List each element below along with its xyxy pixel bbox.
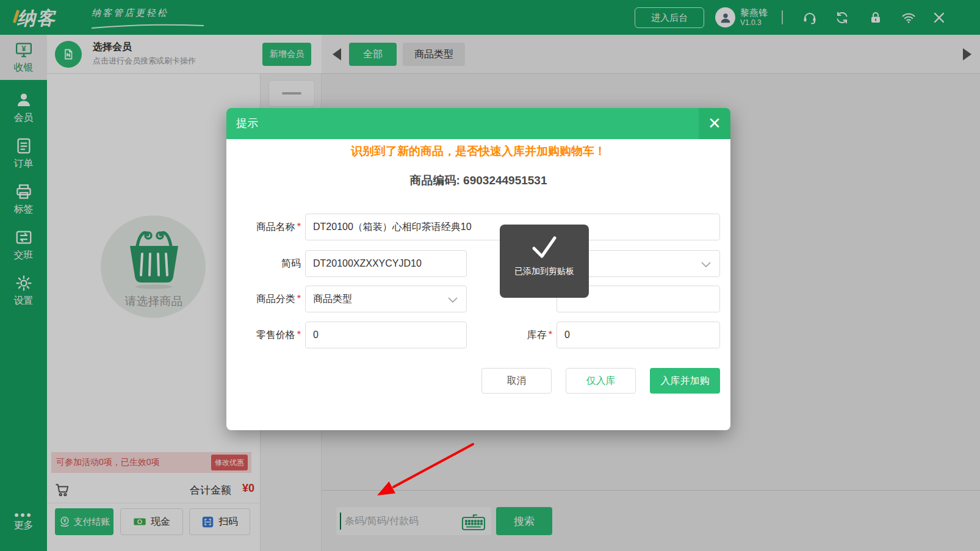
dialog-message: 识别到了新的商品，是否快速入库并加购购物车！ bbox=[226, 143, 730, 159]
cancel-button[interactable]: 取消 bbox=[481, 368, 552, 394]
stock-only-button[interactable]: 仅入库 bbox=[566, 368, 636, 394]
short-code-input[interactable] bbox=[305, 250, 467, 277]
toast-text: 已添加到剪贴板 bbox=[514, 266, 574, 277]
dialog-title: 提示 bbox=[236, 116, 258, 131]
new-product-dialog: 提示 ✕ 识别到了新的商品，是否快速入库并加购购物车！ 商品编码: 690324… bbox=[226, 108, 730, 430]
required-mark: * bbox=[297, 221, 301, 232]
pos-app-window: 纳客 纳客管店更轻松 进入后台 黎燕锋 V1.0.3 ¥ 收银 会员 订单 bbox=[0, 0, 980, 551]
product-code-line: 商品编码: 6903244951531 bbox=[226, 173, 730, 189]
required-mark: * bbox=[297, 294, 301, 304]
retail-price-input[interactable] bbox=[305, 322, 467, 348]
stock-label: 库存* bbox=[489, 322, 552, 348]
chevron-down-icon bbox=[701, 262, 711, 267]
required-mark: * bbox=[549, 330, 552, 340]
product-code-label: 商品编码: bbox=[410, 174, 460, 187]
dialog-close-icon[interactable]: ✕ bbox=[699, 108, 730, 139]
stock-and-add-button[interactable]: 入库并加购 bbox=[650, 368, 720, 394]
product-category-select[interactable]: 商品类型 bbox=[305, 286, 467, 312]
chevron-down-icon bbox=[448, 297, 458, 303]
dialog-header: 提示 ✕ bbox=[226, 108, 730, 139]
check-icon bbox=[527, 233, 562, 261]
product-name-label: 商品名称* bbox=[232, 214, 301, 240]
stock-input[interactable] bbox=[557, 322, 720, 348]
required-mark: * bbox=[297, 330, 301, 340]
retail-price-label: 零售价格* bbox=[232, 322, 301, 348]
clipboard-toast: 已添加到剪贴板 bbox=[500, 225, 589, 298]
short-code-label: 简码 bbox=[232, 250, 301, 277]
product-category-value: 商品类型 bbox=[313, 293, 352, 306]
product-code-value: 6903244951531 bbox=[463, 174, 547, 187]
product-category-label: 商品分类* bbox=[232, 286, 301, 312]
